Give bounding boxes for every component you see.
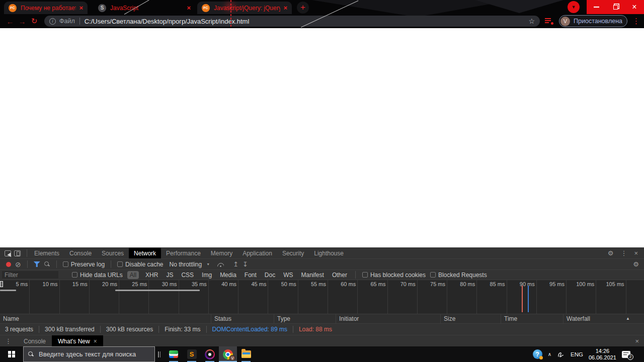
- action-center-icon[interactable]: 2: [622, 351, 630, 358]
- restore-button[interactable]: [606, 0, 625, 14]
- request-type-filter[interactable]: CSS: [180, 271, 195, 279]
- record-network-log-button[interactable]: [6, 262, 11, 267]
- ring-app-icon[interactable]: [201, 346, 219, 362]
- browser-tab-2[interactable]: S JavaScript ×: [94, 2, 195, 14]
- start-button[interactable]: [0, 346, 23, 362]
- windows-ink-icon[interactable]: [557, 350, 565, 358]
- disable-cache-checkbox[interactable]: [117, 261, 123, 267]
- reload-button[interactable]: ↻: [28, 17, 40, 26]
- url-text[interactable]: C:/Users/Светлана/Desktop/прогр/JavaScri…: [85, 18, 525, 25]
- search-icon: [28, 351, 34, 357]
- divider: [56, 260, 57, 268]
- devtools-tab[interactable]: Sources: [97, 248, 129, 258]
- more-options-icon[interactable]: ⋮: [620, 249, 627, 257]
- preserve-log-control[interactable]: Preserve log: [63, 261, 105, 268]
- request-type-filter[interactable]: All: [127, 271, 139, 279]
- devtools-tab[interactable]: Performance: [161, 248, 206, 258]
- request-type-filter[interactable]: JS: [165, 271, 175, 279]
- devtools-tab[interactable]: Elements: [29, 248, 64, 258]
- blocked-requests-control[interactable]: Blocked Requests: [430, 272, 487, 279]
- tray-expand-chevron-icon[interactable]: ∧: [548, 351, 551, 357]
- close-devtools-icon[interactable]: ×: [634, 249, 638, 257]
- sublime-text-app-icon[interactable]: S: [183, 346, 201, 362]
- browser-menu-icon[interactable]: ⋮: [632, 17, 640, 26]
- drawer-close-icon[interactable]: ×: [635, 337, 639, 345]
- blocked-requests-checkbox[interactable]: [430, 272, 436, 278]
- has-blocked-cookies-checkbox[interactable]: [362, 272, 368, 278]
- devtools-tabs: ElementsConsoleSourcesNetworkPerformance…: [29, 248, 349, 258]
- chrome-app-icon[interactable]: V: [219, 346, 237, 362]
- taskbar-search-box[interactable]: [23, 346, 155, 362]
- drawer-tab-console[interactable]: Console: [18, 335, 52, 347]
- forward-button[interactable]: →: [16, 17, 28, 26]
- request-type-filter[interactable]: Doc: [263, 271, 277, 279]
- filter-funnel-icon[interactable]: [34, 261, 40, 267]
- clear-network-log-icon[interactable]: ⊘: [15, 261, 21, 268]
- drawer-tab-whats-new[interactable]: What's New ×: [52, 335, 103, 347]
- export-har-icon[interactable]: ↧: [243, 261, 248, 267]
- close-window-button[interactable]: ×: [625, 0, 644, 14]
- waterfall-overview[interactable]: 5 ms10 ms15 ms20 ms25 ms30 ms35 ms40 ms4…: [0, 280, 644, 314]
- column-header-size[interactable]: Size: [441, 314, 501, 323]
- network-settings-gear-icon[interactable]: ⚙: [633, 260, 639, 268]
- tab-close-icon[interactable]: ×: [79, 4, 83, 12]
- playlist-extension-icon[interactable]: [545, 18, 554, 25]
- network-conditions-icon[interactable]: [217, 262, 224, 267]
- column-header-name[interactable]: Name: [0, 314, 211, 323]
- request-type-filter[interactable]: Font: [243, 271, 258, 279]
- request-type-filter[interactable]: Img: [200, 271, 213, 279]
- clock[interactable]: 14:26 06.06.2021: [589, 348, 616, 361]
- tab-close-icon[interactable]: ×: [187, 4, 191, 12]
- import-har-icon[interactable]: ↥: [233, 261, 238, 267]
- search-icon[interactable]: [44, 261, 50, 267]
- overview-request-bar: [115, 290, 200, 291]
- address-bar[interactable]: i Файл C:/Users/Светлана/Desktop/прогр/J…: [44, 16, 540, 27]
- browser-tab-3[interactable]: FC Javascript/jQuery: jQuery. Подкл ×: [197, 2, 292, 14]
- throttling-dropdown[interactable]: No throttling ▼: [169, 261, 210, 268]
- settings-gear-icon[interactable]: ⚙: [608, 249, 614, 257]
- request-type-filter[interactable]: XHR: [144, 271, 159, 279]
- column-header-time[interactable]: Time: [501, 314, 564, 323]
- preserve-log-checkbox[interactable]: [63, 261, 68, 267]
- request-type-filter[interactable]: Other: [331, 271, 349, 279]
- browser-tab-1[interactable]: FC Почему не работает jquery? ×: [4, 2, 88, 14]
- column-header-type[interactable]: Type: [274, 314, 336, 323]
- devtools-tab[interactable]: Memory: [206, 248, 237, 258]
- column-header-status[interactable]: Status: [211, 314, 274, 323]
- profile-button[interactable]: V Приостановлена: [559, 15, 627, 27]
- tab-close-icon[interactable]: ×: [283, 4, 287, 12]
- drawer-tab-close-icon[interactable]: ×: [94, 338, 97, 345]
- bluestacks-app-icon[interactable]: [165, 346, 183, 362]
- devtools-tab[interactable]: Application: [237, 248, 277, 258]
- column-header-initiator[interactable]: Initiator: [336, 314, 441, 323]
- filter-input[interactable]: [2, 271, 58, 279]
- has-blocked-cookies-control[interactable]: Has blocked cookies: [362, 272, 426, 279]
- hide-data-urls-control[interactable]: Hide data URLs: [72, 272, 123, 279]
- disable-cache-control[interactable]: Disable cache: [117, 261, 163, 268]
- drawer-menu-icon[interactable]: ⋮: [0, 337, 18, 345]
- get-help-tray-icon[interactable]: ?: [533, 349, 542, 359]
- request-type-filter[interactable]: WS: [282, 271, 294, 279]
- devtools-tab[interactable]: Lighthouse: [309, 248, 349, 258]
- timeline-tick-label: 25 ms: [119, 280, 149, 287]
- device-toolbar-icon[interactable]: [14, 250, 21, 256]
- minimize-button[interactable]: [587, 0, 606, 14]
- inspect-element-icon[interactable]: [5, 250, 11, 256]
- request-type-filter[interactable]: Manifest: [300, 271, 326, 279]
- record-overlay-icon[interactable]: ▼: [568, 1, 580, 13]
- language-indicator[interactable]: ENG: [571, 351, 583, 357]
- bookmark-star-icon[interactable]: ☆: [528, 17, 535, 25]
- back-button[interactable]: ←: [4, 17, 16, 26]
- chevron-down-icon: ▼: [206, 262, 210, 266]
- ruler-origin-marker: [0, 281, 3, 287]
- new-tab-button[interactable]: +: [297, 2, 309, 14]
- taskbar-search-input[interactable]: [39, 350, 150, 358]
- devtools-tab[interactable]: Security: [277, 248, 309, 258]
- request-type-filter[interactable]: Media: [218, 271, 238, 279]
- hide-data-urls-checkbox[interactable]: [72, 272, 77, 278]
- page-info-icon[interactable]: i: [49, 18, 56, 25]
- file-explorer-app-icon[interactable]: [237, 346, 255, 362]
- devtools-tab[interactable]: Network: [129, 248, 161, 258]
- column-header-waterfall[interactable]: Waterfall ▲: [564, 314, 644, 323]
- devtools-tab[interactable]: Console: [64, 248, 97, 258]
